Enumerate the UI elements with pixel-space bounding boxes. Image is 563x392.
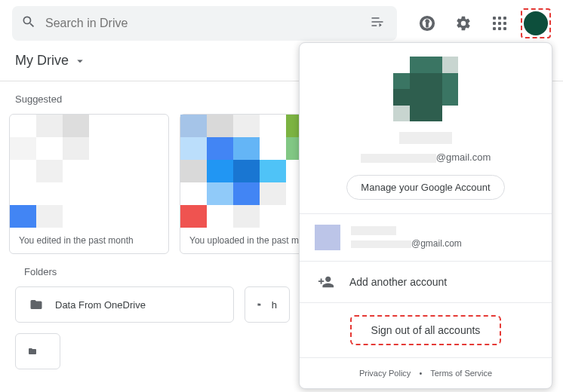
search-bar[interactable] xyxy=(12,6,397,41)
search-input[interactable] xyxy=(36,17,367,30)
account-email: @gmail.com xyxy=(300,152,552,163)
account-avatar[interactable] xyxy=(524,11,548,35)
secondary-name-redacted xyxy=(351,226,396,235)
breadcrumb-title: My Drive xyxy=(15,53,69,69)
secondary-account-info: @gmail.com xyxy=(351,226,462,249)
secondary-avatar xyxy=(315,225,340,250)
chevron-down-icon xyxy=(73,54,87,68)
folder-icon xyxy=(28,298,45,311)
suggested-caption: You edited in the past month xyxy=(10,228,168,253)
search-options-icon[interactable] xyxy=(367,11,388,35)
policy-row: Privacy Policy • Terms of Service xyxy=(300,358,552,388)
svg-text:?: ? xyxy=(424,17,429,29)
privacy-policy-link[interactable]: Privacy Policy xyxy=(359,369,411,378)
folder-name: Data From OneDrive xyxy=(55,299,146,311)
account-avatar-highlight xyxy=(521,8,551,38)
folder-icon xyxy=(28,345,37,358)
suggested-card[interactable]: You edited in the past month xyxy=(9,114,169,254)
signout-button[interactable]: Sign out of all accounts xyxy=(350,315,502,345)
apps-icon[interactable] xyxy=(485,8,515,38)
secondary-email: @gmail.com xyxy=(351,238,462,249)
add-account-button[interactable]: Add another account xyxy=(300,262,552,303)
secondary-account-row[interactable]: @gmail.com xyxy=(300,214,552,262)
person-add-icon xyxy=(318,274,334,290)
folder-item[interactable] xyxy=(15,333,60,369)
account-large-avatar xyxy=(393,57,458,121)
folder-name: h xyxy=(272,299,277,311)
folder-item[interactable]: Data From OneDrive xyxy=(15,286,234,323)
signout-section: Sign out of all accounts xyxy=(300,303,552,358)
header-actions: ? xyxy=(412,8,551,38)
account-name-redacted xyxy=(399,132,452,144)
account-primary-section: @gmail.com Manage your Google Account xyxy=(300,43,552,214)
terms-link[interactable]: Terms of Service xyxy=(430,369,492,378)
search-icon xyxy=(21,14,36,32)
add-account-label: Add another account xyxy=(349,276,447,288)
thumbnail xyxy=(10,115,168,228)
folder-item[interactable]: h xyxy=(245,286,290,323)
settings-icon[interactable] xyxy=(448,8,478,38)
folder-icon xyxy=(257,298,261,311)
header: ? xyxy=(0,0,563,47)
separator-dot: • xyxy=(419,369,422,378)
help-icon[interactable]: ? xyxy=(412,8,442,38)
account-popover: @gmail.com Manage your Google Account @g… xyxy=(299,42,552,389)
manage-account-button[interactable]: Manage your Google Account xyxy=(346,175,504,200)
